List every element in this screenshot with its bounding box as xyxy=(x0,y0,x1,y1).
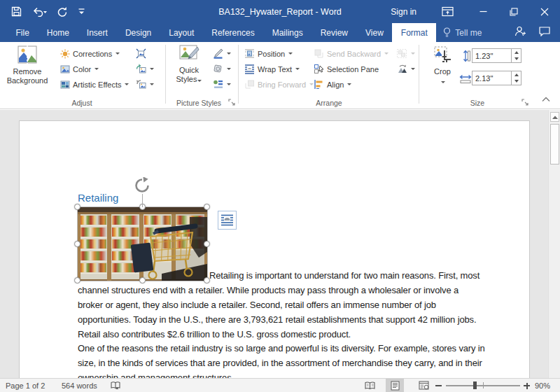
scrollbar-thumb[interactable] xyxy=(550,124,559,164)
status-bar: Page 1 of 2 564 words 90% xyxy=(0,378,560,392)
artistic-effects-button[interactable]: Artistic Effects xyxy=(59,77,130,92)
print-layout-view-button[interactable] xyxy=(386,379,404,392)
selection-handle-middle-right[interactable] xyxy=(204,241,210,247)
tab-mailings[interactable]: Mailings xyxy=(263,23,312,42)
height-spin-up[interactable] xyxy=(512,49,521,56)
crop-button[interactable]: Crop xyxy=(427,44,458,85)
body-text-line[interactable]: broker or agent, they also include a ret… xyxy=(78,298,479,312)
document-heading[interactable]: Retailing xyxy=(78,192,118,204)
body-text-line[interactable]: Retailing is important to understand for… xyxy=(78,268,479,283)
proofing-errors-icon[interactable] xyxy=(111,379,120,392)
tab-view[interactable]: View xyxy=(357,23,393,42)
selection-handle-top-right[interactable] xyxy=(204,204,210,210)
comment-icon[interactable] xyxy=(539,27,550,39)
change-picture-button[interactable] xyxy=(134,62,155,76)
wrap-text-label: Wrap Text xyxy=(258,65,292,74)
width-spin-up[interactable] xyxy=(512,71,521,78)
layout-options-button[interactable] xyxy=(218,211,237,230)
collapse-ribbon-icon[interactable] xyxy=(539,94,553,105)
color-button[interactable]: Color xyxy=(59,62,100,76)
compress-pictures-button[interactable] xyxy=(134,46,148,61)
selection-handle-top-left[interactable] xyxy=(74,204,80,210)
body-text-line[interactable]: opportunities. Today in the U.S., there … xyxy=(78,312,479,327)
tab-home[interactable]: Home xyxy=(38,23,78,42)
body-text-line[interactable]: One of the reasons the retail industry i… xyxy=(78,341,485,356)
compress-pictures-icon xyxy=(136,48,146,59)
selection-pane-label: Selection Pane xyxy=(327,65,379,74)
position-button[interactable]: Position xyxy=(243,46,294,61)
quick-styles-button[interactable]: Quick Styles xyxy=(171,44,207,84)
save-icon[interactable] xyxy=(11,6,22,17)
zoom-slider-thumb[interactable] xyxy=(473,382,477,389)
height-spin-down[interactable] xyxy=(512,56,521,63)
tab-design[interactable]: Design xyxy=(116,23,160,42)
picture-effects-button[interactable] xyxy=(211,62,232,76)
group-objects-button xyxy=(395,46,416,61)
picture-layout-button[interactable] xyxy=(211,77,232,92)
position-label: Position xyxy=(258,50,285,58)
tab-references[interactable]: References xyxy=(203,23,263,42)
reset-picture-button[interactable] xyxy=(134,77,155,92)
redo-icon[interactable] xyxy=(57,6,68,17)
body-text-line[interactable]: ownership and management structures. xyxy=(78,370,485,378)
tab-format[interactable]: Format xyxy=(392,23,436,42)
minimize-button[interactable] xyxy=(468,0,498,23)
layout-options-icon xyxy=(220,214,234,227)
sign-in-button[interactable]: Sign in xyxy=(391,0,416,23)
tab-insert[interactable]: Insert xyxy=(78,23,116,42)
quick-styles-label-2: Styles xyxy=(176,75,202,84)
picture-styles-dialog-launcher[interactable] xyxy=(228,99,236,106)
selection-pane-button[interactable]: Selection Pane xyxy=(312,62,380,76)
corrections-button[interactable]: Corrections xyxy=(59,46,121,61)
undo-button[interactable] xyxy=(31,7,47,17)
remove-background-button[interactable]: Remove Background xyxy=(4,44,50,85)
wrap-text-icon xyxy=(244,64,255,74)
width-spin-down[interactable] xyxy=(512,78,521,85)
customize-quick-access-toolbar-icon[interactable] xyxy=(78,8,85,15)
ribbon-display-options-icon[interactable] xyxy=(442,0,454,23)
picture-effects-icon xyxy=(213,64,223,74)
read-mode-view-button[interactable] xyxy=(360,379,379,392)
shape-height-spinner[interactable] xyxy=(512,48,522,63)
tab-layout[interactable]: Layout xyxy=(160,23,203,42)
lightbulb-icon xyxy=(443,27,451,38)
close-button[interactable] xyxy=(529,0,560,23)
size-dialog-launcher[interactable] xyxy=(522,99,529,106)
body-text-line[interactable]: size, in the kinds of services that are … xyxy=(78,356,485,370)
shape-width-spinner[interactable] xyxy=(512,71,522,85)
zoom-out-icon[interactable] xyxy=(435,385,442,386)
page-indicator[interactable]: Page 1 of 2 xyxy=(6,379,45,392)
restore-button[interactable] xyxy=(498,0,529,23)
tab-file[interactable]: File xyxy=(7,23,38,42)
rotate-handle[interactable] xyxy=(134,177,150,194)
body-text-line[interactable]: Retail also contributes $2.6 trillion to… xyxy=(78,327,479,342)
share-contact-icon[interactable] xyxy=(514,26,526,39)
rotate-handle-stem xyxy=(142,194,143,207)
tab-review[interactable]: Review xyxy=(312,23,356,42)
send-backward-label: Send Backward xyxy=(327,50,381,58)
body-text-line[interactable]: channel structures end with a retailer. … xyxy=(78,283,479,298)
color-label: Color xyxy=(73,65,91,74)
picture-border-button[interactable] xyxy=(211,46,232,61)
send-backward-button: Send Backward xyxy=(312,46,390,61)
paragraph-2[interactable]: One of the reasons the retail industry i… xyxy=(78,341,485,378)
wrap-text-button[interactable]: Wrap Text xyxy=(243,62,301,76)
shape-width-icon xyxy=(458,71,473,85)
rotate-objects-button[interactable] xyxy=(395,62,416,76)
selection-handle-middle-left[interactable] xyxy=(74,241,80,247)
zoom-percentage[interactable]: 90% xyxy=(535,379,550,392)
paragraph-1[interactable]: Retailing is important to understand for… xyxy=(78,268,479,342)
web-layout-view-button[interactable] xyxy=(414,379,433,392)
shape-width-field[interactable] xyxy=(472,71,512,85)
vertical-scrollbar[interactable] xyxy=(548,110,560,378)
word-application-window: BA132_Hywater_Report - Word Sign in File… xyxy=(0,0,560,392)
bring-forward-icon xyxy=(244,79,255,90)
scroll-up-arrow[interactable] xyxy=(550,112,559,122)
word-count[interactable]: 564 words xyxy=(62,379,97,392)
arrange-group-label: Arrange xyxy=(241,99,417,107)
shape-height-field[interactable] xyxy=(472,48,512,63)
align-button[interactable]: Align xyxy=(312,77,353,92)
document-page[interactable]: Retailing xyxy=(19,120,530,378)
tell-me-box[interactable]: Tell me xyxy=(436,23,489,42)
selection-pane-icon xyxy=(314,64,324,74)
